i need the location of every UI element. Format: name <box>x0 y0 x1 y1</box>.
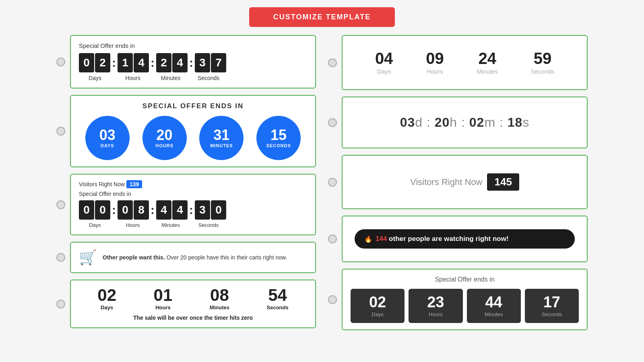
card5-row: 02 Days 01 Hours 08 Minutes 54 Seconds <box>56 280 316 328</box>
flip-digit-d2: 2 <box>95 53 110 72</box>
dark-tiles: 02 Days 23 Hours 44 Minutes 17 Seconds <box>351 289 579 323</box>
circle-days: 03 DAYS <box>85 116 130 160</box>
rcard5-row: Special Offer ends in 02 Days 23 Hours 4… <box>328 269 588 330</box>
circle-minutes-label: MINUTES <box>210 143 233 148</box>
rcard3: Visitors Right Now 145 <box>342 155 588 209</box>
flip-digit-s2: 7 <box>211 53 226 72</box>
dark-tile-days: 02 Days <box>351 289 405 323</box>
simple-days: 02 Days <box>97 287 116 311</box>
rcard2-radio[interactable] <box>328 118 337 127</box>
card3-radio[interactable] <box>56 200 65 209</box>
watching-bar: 🔥 144 other people are watching right no… <box>355 229 575 249</box>
tt-minutes: 02 <box>469 115 485 130</box>
c3-days: 0 0 <box>79 200 110 220</box>
rcard4-radio[interactable] <box>328 234 337 243</box>
r1-minutes: 24 Minutes <box>477 50 498 75</box>
flip-digit-m1: 2 <box>156 53 171 72</box>
card1: Special Offer ends in 0 2 : 1 4 <box>70 35 316 88</box>
card3-labels: Days Hours Minutes Seconds <box>79 222 307 228</box>
tt-seconds: 18 <box>508 115 523 130</box>
card2: SPECIAL OFFER ENDS IN 03 DAYS 20 HOURS 3… <box>70 95 316 167</box>
cart-text: Other people want this. Over 20 people h… <box>103 254 287 261</box>
flip-seconds: 3 7 <box>195 53 226 72</box>
simple-minutes: 08 Minutes <box>210 287 229 311</box>
rcard1-row: 04 Days 09 Hours 24 Minutes 59 Seconds <box>328 35 588 90</box>
top-bar: CUSTOMIZE TEMPLATE <box>0 0 644 35</box>
visitors-dark: Visitors Right Now 145 <box>351 162 579 202</box>
flip-digit-s1: 3 <box>195 53 210 72</box>
tt-days: 03 <box>400 115 415 130</box>
card1-flipclock: 0 2 : 1 4 : <box>79 53 307 72</box>
circle-hours-num: 20 <box>157 128 173 142</box>
circle-days-num: 03 <box>99 128 116 142</box>
fire-icon: 🔥 <box>364 235 372 243</box>
sale-tagline: The sale will be over once the timer hit… <box>79 315 307 321</box>
circle-seconds: 15 SECONDS <box>256 116 301 160</box>
flip-minutes-digits: 2 4 <box>156 53 188 72</box>
circle-days-label: DAYS <box>101 143 114 148</box>
card3-row: Visitors Right Now 139 Special Offer end… <box>56 174 316 235</box>
flip-digit-m2: 4 <box>172 53 188 72</box>
left-column: Special Offer ends in 0 2 : 1 4 <box>56 35 316 330</box>
r1-hours: 09 Hours <box>426 50 444 75</box>
card2-radio[interactable] <box>56 127 65 136</box>
watching-count: 144 <box>376 235 387 243</box>
circle-seconds-label: SECONDS <box>266 143 291 148</box>
rcard2-row: 03d : 20h : 02m : 18s <box>328 97 588 148</box>
rcard1-radio[interactable] <box>328 58 337 67</box>
dark-tile-minutes: 44 Minutes <box>467 289 521 323</box>
flip-minutes: 2 4 <box>156 53 188 72</box>
simple-hours: 01 Hours <box>154 287 173 311</box>
visitors-dark-count: 145 <box>487 173 519 191</box>
watching-text: 144 other people are watching right now! <box>376 235 509 243</box>
circle-hours: 20 HOURS <box>142 116 187 160</box>
card4-content: 🛒 Other people want this. Over 20 people… <box>79 249 307 266</box>
rcard5: Special Offer ends in 02 Days 23 Hours 4… <box>342 269 588 330</box>
simple-timer: 02 Days 01 Hours 08 Minutes 54 Seconds <box>79 287 307 311</box>
card3-flipclock: 0 0 : 0 8 : 4 <box>79 200 307 220</box>
card3-visitors-label: Visitors Right Now <box>79 181 125 187</box>
flip-days: 0 2 <box>79 53 110 72</box>
cart-rest: Over 20 people have this in their carts … <box>165 254 287 261</box>
card3-subtitle: Special Offer ends in <box>79 191 307 197</box>
circle-minutes: 31 MINUTES <box>199 116 244 160</box>
text-timer: 03d : 20h : 02m : 18s <box>351 104 579 141</box>
visitors-dark-label: Visitors Right Now <box>410 177 482 187</box>
label-hours: Hours <box>117 75 149 81</box>
circles-row: 03 DAYS 20 HOURS 31 MINUTES 15 SECONDS <box>79 116 307 160</box>
circle-hours-label: HOURS <box>155 143 173 148</box>
cart-bold: Other people want this. <box>103 254 165 261</box>
rcard1: 04 Days 09 Hours 24 Minutes 59 Seconds <box>342 35 588 90</box>
rcard3-radio[interactable] <box>328 178 337 187</box>
circle-minutes-num: 31 <box>213 128 229 142</box>
cart-icon: 🛒 <box>79 249 97 266</box>
flip-digit-h1: 1 <box>118 53 133 72</box>
card4-radio[interactable] <box>56 253 65 262</box>
rcard4-row: 🔥 144 other people are watching right no… <box>328 216 588 262</box>
card4-row: 🛒 Other people want this. Over 20 people… <box>56 242 316 273</box>
rcard4: 🔥 144 other people are watching right no… <box>342 216 588 262</box>
simple-seconds: 54 Seconds <box>267 287 289 311</box>
card1-labels: Days Hours Minutes Seconds <box>79 75 307 81</box>
card1-radio[interactable] <box>56 58 65 66</box>
label-seconds: Seconds <box>192 75 225 81</box>
c3-seconds: 3 0 <box>195 200 226 220</box>
flip-hours-digits: 1 4 <box>118 53 149 72</box>
label-days: Days <box>79 75 111 81</box>
flip-digit-d1: 0 <box>79 53 94 72</box>
rcard5-radio[interactable] <box>328 295 337 304</box>
rcard1-units: 04 Days 09 Hours 24 Minutes 59 Seconds <box>351 42 579 83</box>
card4: 🛒 Other people want this. Over 20 people… <box>70 242 316 273</box>
card3-visitors-line: Visitors Right Now 139 <box>79 181 307 187</box>
card1-row: Special Offer ends in 0 2 : 1 4 <box>56 35 316 88</box>
card5-radio[interactable] <box>56 300 65 309</box>
rcard5-title: Special Offer ends in <box>351 276 579 283</box>
customize-template-button[interactable]: CUSTOMIZE TEMPLATE <box>249 7 395 27</box>
main-content: Special Offer ends in 0 2 : 1 4 <box>0 35 644 330</box>
circle-seconds-num: 15 <box>270 128 287 142</box>
card1-title: Special Offer ends in <box>79 42 307 49</box>
right-column: 04 Days 09 Hours 24 Minutes 59 Seconds <box>328 35 588 330</box>
label-minutes: Minutes <box>155 75 187 81</box>
rcard3-row: Visitors Right Now 145 <box>328 155 588 209</box>
flip-hours: 1 4 <box>118 53 149 72</box>
